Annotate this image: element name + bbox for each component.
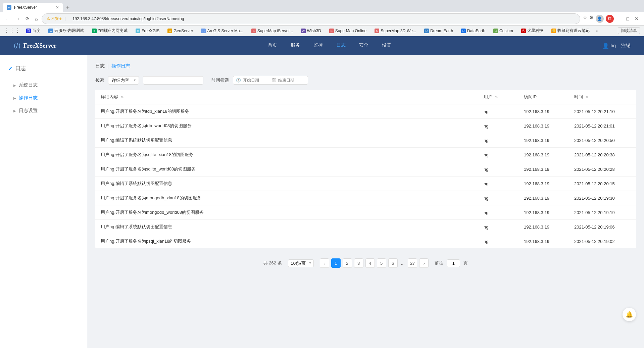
- address-bar: ← → ⟳ ⌂ ⚠ 不安全 | ☆ ⚙ 👤 红 ─ □ ✕: [0, 12, 644, 26]
- sidebar-item-operation-log[interactable]: ▶ 操作日志: [0, 92, 87, 104]
- page-1-button[interactable]: 1: [331, 258, 341, 268]
- start-date-input[interactable]: [243, 78, 270, 83]
- cell-time-2: 2021-05-12 20:20:50: [569, 133, 636, 148]
- close-browser-button[interactable]: ✕: [633, 15, 640, 22]
- forward-button[interactable]: →: [14, 15, 21, 22]
- table-row: 用户hg,开启了服务名为psql_xian18的切图服务 hg 192.168.…: [95, 234, 636, 249]
- sort-icon-user: ⇅: [495, 95, 498, 99]
- bookmark-freexgis[interactable]: ≡ FreeXGIS: [134, 28, 161, 34]
- bookmark-data-earth[interactable]: D DataEarth: [459, 28, 487, 34]
- notification-bell-button[interactable]: 🔔: [623, 308, 636, 321]
- prev-page-button[interactable]: ‹: [320, 258, 329, 268]
- cell-ip-6: 192.168.3.19: [518, 191, 569, 205]
- page-last-button[interactable]: 27: [408, 258, 417, 268]
- filter-type-select[interactable]: 详细内容 用户 访问IP: [108, 76, 139, 85]
- top-nav: ⟨/⟩ FreeXServer 首页 服务 监控 日志 安全 设置 👤 hg 注…: [0, 36, 644, 55]
- total-count: 共 262 条: [263, 260, 282, 266]
- address-input[interactable]: [68, 15, 575, 22]
- col-detail[interactable]: 详细内容 ⇅: [95, 90, 478, 104]
- home-button[interactable]: ⌂: [34, 15, 39, 22]
- bookmark-zaixianban[interactable]: ≡ 在线版-内网测试: [90, 27, 130, 34]
- minimize-button[interactable]: ─: [616, 15, 623, 22]
- page-dots: ...: [400, 261, 406, 266]
- security-warning: ⚠ 不安全: [47, 16, 62, 21]
- sidebar-item-log-settings[interactable]: ▶ 日志设置: [0, 104, 87, 117]
- nav-right: 👤 hg 注销: [602, 43, 631, 49]
- content-area: ✔ 日志 ▶ 系统日志 ▶ 操作日志 ▶ 日志设置 日志 | 操作日志: [0, 55, 644, 348]
- cell-detail-6: 用户hg,开启了服务名为mongodb_xian18的切图服务: [95, 191, 478, 205]
- table-row: 用户hg,编辑了系统默认切图配置信息 hg 192.168.3.19 2021-…: [95, 220, 636, 234]
- reload-button[interactable]: ⟳: [24, 15, 31, 22]
- maximize-button[interactable]: □: [625, 15, 631, 22]
- bookmark-cesium[interactable]: C Cesium: [491, 28, 515, 34]
- page-size-select[interactable]: 10条/页 20条/页 50条/页: [288, 259, 314, 267]
- active-tab[interactable]: F FreeXServer ✕: [3, 3, 63, 12]
- nav-home[interactable]: 首页: [268, 41, 277, 50]
- logout-button[interactable]: 注销: [621, 43, 631, 49]
- goto-page-label: 页: [463, 260, 468, 266]
- time-filter-label: 时间筛选: [211, 77, 229, 83]
- cell-ip-7: 192.168.3.19: [518, 205, 569, 220]
- nav-monitor[interactable]: 监控: [313, 41, 323, 50]
- col-time[interactable]: 时间 ⇅: [569, 90, 636, 104]
- back-button[interactable]: ←: [4, 15, 11, 22]
- cell-detail-3: 用户hg,开启了服务名为sqlite_xian18的切图服务: [95, 148, 478, 162]
- bookmark-arcgis[interactable]: A ArcGIS Server Ma...: [199, 28, 245, 34]
- page-5-button[interactable]: 5: [377, 258, 386, 268]
- bookmark-yunfuwu[interactable]: ☁ 云服务-内网测试: [46, 27, 86, 34]
- cell-ip-0: 192.168.3.19: [518, 104, 569, 119]
- sidebar-item-system-log[interactable]: ▶ 系统日志: [0, 79, 87, 92]
- bookmark-youdao[interactable]: 📒 收藏到有道云笔记: [549, 27, 592, 34]
- goto-input[interactable]: [447, 259, 460, 267]
- logo-icon: ⟨/⟩: [13, 42, 21, 50]
- new-tab-button[interactable]: +: [63, 3, 72, 12]
- nav-user: 👤 hg: [602, 43, 616, 49]
- bookmark-dream-earth[interactable]: D Dream Earth: [422, 28, 455, 34]
- bookmark-geoserver[interactable]: G GeoServer: [165, 28, 195, 34]
- nav-links: 首页 服务 监控 日志 安全 设置: [77, 41, 582, 50]
- page-6-button[interactable]: 6: [388, 258, 398, 268]
- cell-time-1: 2021-05-12 20:21:01: [569, 119, 636, 133]
- tab-close-button[interactable]: ✕: [56, 5, 59, 10]
- cell-ip-8: 192.168.3.19: [518, 220, 569, 234]
- bookmark-supermap-3d[interactable]: S SuperMap 3D-We...: [373, 28, 418, 34]
- apps-grid-icon[interactable]: ⋮⋮⋮: [4, 28, 20, 34]
- bookmark-supermap-iserver[interactable]: S SuperMap iServer...: [249, 28, 295, 34]
- nav-service[interactable]: 服务: [291, 41, 300, 50]
- page-2-button[interactable]: 2: [343, 258, 352, 268]
- breadcrumb-log: 日志: [95, 63, 105, 69]
- search-input[interactable]: [143, 76, 203, 85]
- extension-icon[interactable]: ⚙: [589, 15, 594, 23]
- col-user[interactable]: 用户 ⇅: [478, 90, 518, 104]
- user-icon: 👤: [602, 43, 609, 49]
- reading-list-button[interactable]: 阅读清单: [618, 27, 640, 34]
- pagination: 共 262 条 10条/页 20条/页 50条/页 ‹ 1 2 3 4 5 6 …: [95, 255, 636, 271]
- page-3-button[interactable]: 3: [354, 258, 363, 268]
- cell-user-3: hg: [478, 148, 518, 162]
- bookmark-huoxing[interactable]: 火 火星科技: [519, 27, 545, 34]
- bookmark-star-icon[interactable]: ☆: [583, 15, 587, 23]
- nav-log[interactable]: 日志: [336, 41, 346, 50]
- table-row: 用户hg,开启了服务名为tdb_xian18的切图服务 hg 192.168.3…: [95, 104, 636, 119]
- bookmark-wish3d[interactable]: W Wish3D: [299, 28, 323, 34]
- bookmark-baidu[interactable]: 百 百度: [24, 27, 42, 34]
- cell-detail-1: 用户hg,开启了服务名为tdb_world08的切图服务: [95, 119, 478, 133]
- logo-area: ⟨/⟩ FreeXServer: [13, 42, 56, 50]
- page-4-button[interactable]: 4: [365, 258, 375, 268]
- table-row: 用户hg,开启了服务名为sqlite_xian18的切图服务 hg 192.16…: [95, 148, 636, 162]
- cell-ip-2: 192.168.3.19: [518, 133, 569, 148]
- end-date-input[interactable]: [278, 78, 305, 83]
- more-bookmarks-button[interactable]: »: [596, 29, 598, 33]
- user-avatar[interactable]: 红: [606, 15, 614, 23]
- sidebar-label-log-settings: 日志设置: [19, 108, 38, 114]
- page-size-wrapper[interactable]: 10条/页 20条/页 50条/页: [288, 259, 314, 267]
- bookmark-supermap-online[interactable]: S SuperMap Online: [327, 28, 368, 34]
- profile-icon[interactable]: 👤: [596, 15, 604, 23]
- table-row: 用户hg,编辑了系统默认切图配置信息 hg 192.168.3.19 2021-…: [95, 133, 636, 148]
- nav-security[interactable]: 安全: [359, 41, 368, 50]
- filter-select-wrapper[interactable]: 详细内容 用户 访问IP: [108, 76, 139, 85]
- main-panel: 日志 | 操作日志 检索 详细内容 用户 访问IP 时间筛选 🕐: [87, 55, 644, 348]
- next-page-button[interactable]: ›: [419, 258, 429, 268]
- cell-time-9: 2021-05-12 20:19:02: [569, 234, 636, 249]
- nav-settings[interactable]: 设置: [382, 41, 391, 50]
